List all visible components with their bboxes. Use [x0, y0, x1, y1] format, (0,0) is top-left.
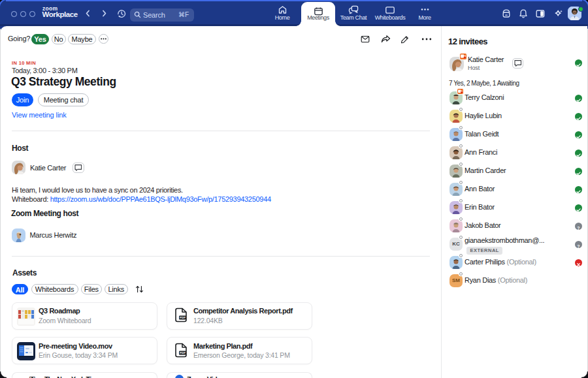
- svg-text:PDF: PDF: [180, 316, 186, 319]
- svg-text:PDF: PDF: [180, 351, 186, 354]
- svg-text:?: ?: [577, 226, 580, 230]
- svg-text:?: ?: [577, 244, 580, 249]
